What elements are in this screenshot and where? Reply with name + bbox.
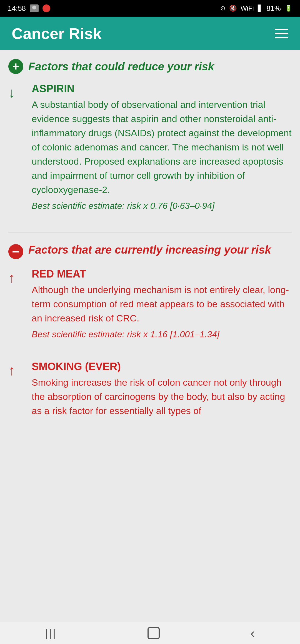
status-bar: 14:58 ⊙ 🔇 WiFi ▋ 81% 🔋 bbox=[0, 0, 300, 17]
sim-icon: ⊙ bbox=[220, 5, 225, 12]
aspirin-description: A substantial body of observational and … bbox=[32, 98, 292, 197]
aspirin-estimate: Best scientific estimate: risk x 0.76 [0… bbox=[32, 200, 292, 212]
plus-icon bbox=[8, 59, 23, 74]
status-bar-left: 14:58 bbox=[8, 4, 50, 13]
aspirin-name: ASPIRIN bbox=[32, 83, 292, 95]
red-meat-estimate: Best scientific estimate: risk x 1.16 [1… bbox=[32, 328, 292, 341]
smoking-content: SMOKING (EVER) Smoking increases the ris… bbox=[32, 361, 292, 421]
battery-icon: 🔋 bbox=[285, 5, 292, 12]
factor-item-red-meat: ↑ RED MEAT Although the underlying mecha… bbox=[8, 268, 292, 351]
nav-home-button[interactable] bbox=[147, 626, 160, 640]
page-title: Cancer Risk bbox=[12, 24, 102, 43]
photo-icon bbox=[30, 4, 39, 12]
red-meat-description: Although the underlying mechanism is not… bbox=[32, 283, 292, 325]
mute-icon: 🔇 bbox=[229, 5, 237, 12]
red-meat-name: RED MEAT bbox=[32, 268, 292, 280]
smoking-name: SMOKING (EVER) bbox=[32, 361, 292, 373]
hamburger-line-2 bbox=[275, 33, 288, 34]
status-bar-right: ⊙ 🔇 WiFi ▋ 81% 🔋 bbox=[220, 4, 292, 13]
hamburger-line-3 bbox=[275, 37, 288, 38]
notification-icon bbox=[42, 4, 50, 12]
signal-icon: ▋ bbox=[258, 5, 262, 12]
aspirin-content: ASPIRIN A substantial body of observatio… bbox=[32, 83, 292, 212]
svg-rect-0 bbox=[148, 628, 159, 639]
bottom-navigation: ||| ‹ bbox=[0, 622, 300, 644]
arrow-down-icon: ↓ bbox=[8, 83, 25, 212]
nav-menu-button[interactable]: ||| bbox=[45, 627, 57, 639]
hamburger-line-1 bbox=[275, 29, 288, 30]
increase-risk-title: Factors that are currently increasing yo… bbox=[28, 242, 271, 257]
wifi-icon: WiFi bbox=[241, 4, 254, 12]
app-header: Cancer Risk bbox=[0, 17, 300, 50]
nav-back-button[interactable]: ‹ bbox=[251, 625, 255, 641]
factor-item-smoking: ↑ SMOKING (EVER) Smoking increases the r… bbox=[8, 361, 292, 431]
increase-risk-section-header: Factors that are currently increasing yo… bbox=[8, 242, 292, 259]
factor-item-aspirin: ↓ ASPIRIN A substantial body of observat… bbox=[8, 83, 292, 222]
main-content: Factors that could reduce your risk ↓ AS… bbox=[0, 50, 300, 622]
battery-text: 81% bbox=[266, 4, 281, 13]
minus-icon bbox=[8, 244, 23, 259]
arrow-up-icon-smoking: ↑ bbox=[8, 361, 25, 421]
reduce-risk-section-header: Factors that could reduce your risk bbox=[8, 59, 292, 74]
arrow-up-icon-red-meat: ↑ bbox=[8, 268, 25, 341]
red-meat-content: RED MEAT Although the underlying mechani… bbox=[32, 268, 292, 341]
menu-button[interactable] bbox=[275, 29, 288, 38]
smoking-description: Smoking increases the risk of colon canc… bbox=[32, 375, 292, 418]
section-divider bbox=[8, 232, 292, 232]
reduce-risk-title: Factors that could reduce your risk bbox=[28, 60, 214, 73]
status-time: 14:58 bbox=[8, 4, 26, 13]
